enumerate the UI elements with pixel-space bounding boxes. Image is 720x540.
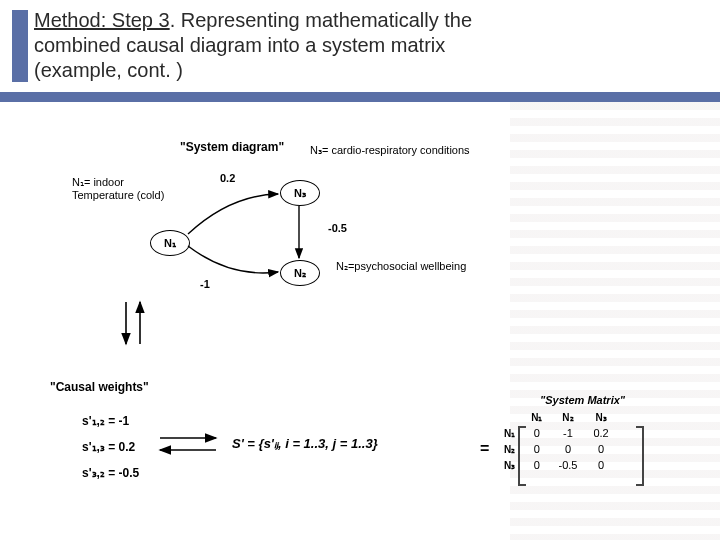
matrix-bracket-right xyxy=(636,426,644,486)
system-diagram: "System diagram" N₃= cardio-respiratory … xyxy=(80,140,500,350)
matrix-bracket-left xyxy=(518,426,526,486)
matrix-col-0: N₁ xyxy=(523,410,550,425)
cw-item-2-key: s'₃,₂ xyxy=(82,466,105,480)
cw-item-1: s'₁,₃ = 0.2 xyxy=(82,440,135,454)
system-matrix: N₁ N₂ N₃ N₁ 0 -1 0.2 N₂ 0 0 0 N₃ xyxy=(496,410,617,473)
edge-weight-n1-n3: 0.2 xyxy=(220,172,235,184)
lower-panel: "Causal weights" s'₁,₂ = -1 s'₁,₃ = 0.2 … xyxy=(70,380,670,520)
edge-weight-n1-n2: -1 xyxy=(200,278,210,290)
title-underlined: Method: Step 3 xyxy=(34,9,170,31)
matrix-col-2: N₃ xyxy=(585,410,616,425)
weights-formula-arrows xyxy=(156,430,226,460)
matrix-col-1: N₂ xyxy=(550,410,585,425)
cw-item-1-key: s'₁,₃ xyxy=(82,440,105,454)
matrix-cell-2-1: -0.5 xyxy=(550,457,585,473)
cw-item-2-val: = -0.5 xyxy=(108,466,139,480)
matrix-cell-0-1: -1 xyxy=(550,425,585,441)
cw-item-1-val: = 0.2 xyxy=(108,440,135,454)
slide-root: Method: Step 3. Representing mathematica… xyxy=(0,0,720,540)
matrix-cell-1-1: 0 xyxy=(550,441,585,457)
causal-weights-heading: "Causal weights" xyxy=(50,380,149,394)
cw-item-2: s'₃,₂ = -0.5 xyxy=(82,466,139,480)
cw-item-0: s'₁,₂ = -1 xyxy=(82,414,129,428)
equals-sign: = xyxy=(480,440,489,458)
accent-bar-horizontal xyxy=(0,92,720,102)
system-matrix-heading: "System Matrix" xyxy=(540,394,625,406)
edge-weight-n3-n2: -0.5 xyxy=(328,222,347,234)
matrix-cell-1-0: 0 xyxy=(523,441,550,457)
matrix-cell-2-0: 0 xyxy=(523,457,550,473)
cw-item-0-val: = -1 xyxy=(108,414,129,428)
matrix-cell-2-2: 0 xyxy=(585,457,616,473)
matrix-cell-0-2: 0.2 xyxy=(585,425,616,441)
accent-bar-vertical xyxy=(12,10,28,82)
diagram-edges xyxy=(80,140,500,350)
slide-title: Method: Step 3. Representing mathematica… xyxy=(34,8,534,83)
matrix-cell-0-0: 0 xyxy=(523,425,550,441)
cw-item-0-key: s'₁,₂ xyxy=(82,414,105,428)
matrix-cell-1-2: 0 xyxy=(585,441,616,457)
system-formula: S' = {s'ᵢⱼ, i = 1..3, j = 1..3} xyxy=(232,436,378,451)
